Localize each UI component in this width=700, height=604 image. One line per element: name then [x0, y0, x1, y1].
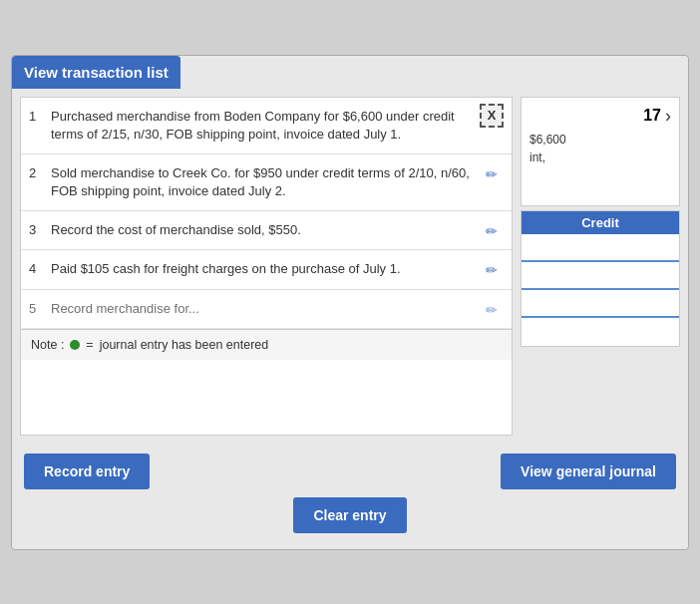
note-bar: Note : = journal entry has been entered — [21, 329, 512, 360]
journal-line2: int, — [529, 149, 671, 166]
buttons-row: Record entry View general journal — [12, 444, 688, 489]
edit-icon-2[interactable]: ✏ — [486, 164, 504, 182]
list-item: 2 Sold merchandise to Creek Co. for $950… — [21, 154, 512, 211]
main-container: View transaction list X 1 Purchased merc… — [11, 55, 689, 550]
green-dot-icon — [70, 340, 80, 350]
debit-credit-box: Credit — [521, 210, 680, 347]
journal-content: $6,600 int, — [529, 131, 671, 166]
item-number-1: 1 — [29, 108, 45, 124]
item-number-3: 3 — [29, 221, 45, 237]
buttons-center: Clear entry — [12, 489, 688, 533]
close-button[interactable]: X — [480, 104, 504, 128]
header-title: View transaction list — [24, 64, 169, 81]
transaction-list: X 1 Purchased merchandise from Boden Com… — [20, 97, 513, 436]
item-number-2: 2 — [29, 164, 45, 180]
header-bar: View transaction list — [12, 56, 180, 89]
item-number-4: 4 — [29, 260, 45, 276]
note-equal: = — [86, 338, 93, 352]
item-text-5: Record merchandise for... — [51, 300, 480, 318]
note-label: Note : — [31, 338, 64, 352]
page-number: 17 — [643, 107, 661, 125]
dc-row-3 — [522, 290, 679, 318]
edit-icon-3[interactable]: ✏ — [486, 221, 504, 239]
credit-header: Credit — [522, 211, 679, 234]
edit-icon-5[interactable]: ✏ — [486, 300, 504, 318]
list-item: 4 Paid $105 cash for freight charges on … — [21, 250, 512, 289]
journal-nav: 17 › — [529, 106, 671, 127]
dc-row-2 — [522, 262, 679, 290]
right-panel: 17 › $6,600 int, Credit — [521, 97, 680, 436]
journal-line1: $6,600 — [529, 131, 671, 149]
item-text-1: Purchased merchandise from Boden Company… — [51, 108, 480, 144]
list-item: 1 Purchased merchandise from Boden Compa… — [21, 98, 512, 154]
dc-row-1 — [522, 234, 679, 262]
clear-entry-button[interactable]: Clear entry — [293, 497, 406, 533]
item-number-5: 5 — [29, 300, 45, 316]
edit-icon-4[interactable]: ✏ — [486, 260, 504, 278]
item-text-2: Sold merchandise to Creek Co. for $950 u… — [51, 164, 480, 200]
list-item: 5 Record merchandise for... ✏ — [21, 290, 512, 329]
record-entry-button[interactable]: Record entry — [24, 453, 150, 489]
item-text-3: Record the cost of merchandise sold, $55… — [51, 221, 480, 239]
next-page-arrow[interactable]: › — [665, 106, 671, 127]
list-item: 3 Record the cost of merchandise sold, $… — [21, 211, 512, 250]
journal-box: 17 › $6,600 int, — [521, 97, 680, 206]
dc-row-4 — [522, 318, 679, 346]
content-area: X 1 Purchased merchandise from Boden Com… — [20, 97, 680, 436]
item-text-4: Paid $105 cash for freight charges on th… — [51, 260, 480, 278]
dc-rows — [522, 234, 679, 346]
note-description: journal entry has been entered — [100, 338, 269, 352]
view-general-journal-button[interactable]: View general journal — [501, 453, 676, 489]
